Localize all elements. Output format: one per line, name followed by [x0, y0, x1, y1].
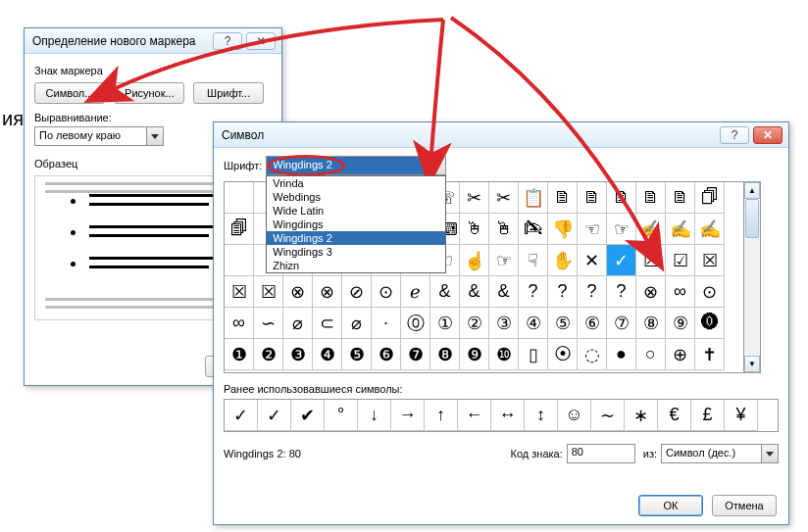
symbol-cell[interactable]: ⊘ [342, 276, 372, 308]
symbol-cell[interactable]: ④ [519, 308, 548, 339]
symbol-cell[interactable]: ⌀ [342, 308, 372, 339]
symbol-cell[interactable]: ⦿ [548, 339, 578, 370]
symbol-cell[interactable]: ⊗ [283, 276, 313, 308]
symbol-cell[interactable]: & [489, 276, 519, 308]
recent-symbol-cell[interactable]: ✔ [291, 400, 325, 431]
symbol-cell[interactable]: 🖱 [489, 214, 519, 245]
symbol-cell[interactable]: 📋 [519, 182, 548, 214]
symbol-cell[interactable]: 🗐 [225, 214, 254, 245]
alignment-dropdown[interactable]: По левому краю [34, 126, 164, 146]
symbol-cell[interactable]: ❾ [460, 339, 489, 370]
font-option[interactable]: Wingdings [267, 218, 445, 231]
symbol-cell[interactable]: ? [548, 276, 578, 308]
symbol-cell[interactable]: ⊗ [636, 276, 666, 308]
symbol-cell[interactable]: ❼ [401, 339, 430, 370]
symbol-cell[interactable] [225, 182, 254, 214]
recent-symbol-cell[interactable]: ✓ [258, 400, 291, 431]
font-option[interactable]: Webdings [267, 190, 445, 204]
recent-symbol-cell[interactable]: ¥ [725, 400, 758, 431]
symbol-cell[interactable]: ③ [489, 308, 519, 339]
symbol-cell[interactable]: ❿ [489, 339, 519, 370]
symbol-cell[interactable]: ∞ [225, 308, 254, 339]
symbol-cell[interactable]: ⊙ [695, 276, 725, 308]
symbol-cell[interactable]: ✍ [636, 214, 666, 245]
recent-symbol-cell[interactable]: £ [691, 400, 725, 431]
close-button[interactable]: ✕ [246, 32, 276, 50]
symbol-cell[interactable]: ☒ [254, 276, 283, 308]
symbol-cell[interactable]: ∽ [254, 308, 283, 339]
scrollbar[interactable]: ▲ ▼ [743, 182, 760, 372]
font-option[interactable]: Wingdings 3 [267, 245, 445, 259]
scroll-down-button[interactable]: ▼ [744, 356, 760, 372]
symbol-cell[interactable]: 🖰 [460, 214, 489, 245]
symbol-cell[interactable]: ✍ [666, 214, 695, 245]
symbol-cell[interactable]: ? [519, 276, 548, 308]
recent-symbol-cell[interactable]: ∗ [625, 400, 658, 431]
help-button[interactable]: ? [213, 32, 242, 50]
help-button[interactable]: ? [720, 126, 749, 144]
recent-symbol-cell[interactable]: ☺ [558, 400, 591, 431]
symbol-cell[interactable]: ⑥ [578, 308, 607, 339]
recent-symbol-cell[interactable]: ↑ [425, 400, 458, 431]
symbol-cell[interactable] [225, 245, 254, 276]
symbol-cell[interactable]: ∞ [666, 276, 695, 308]
symbol-cell[interactable]: ✝ [695, 339, 725, 370]
font-option[interactable]: Wide Latin [267, 204, 445, 218]
symbol-cell[interactable]: ❹ [313, 339, 342, 370]
symbol-cell[interactable]: ⑨ [666, 308, 695, 339]
symbol-cell[interactable]: ⊂ [313, 308, 342, 339]
recent-symbol-cell[interactable]: → [391, 400, 425, 431]
symbol-cell[interactable]: ☟ [519, 245, 548, 276]
symbol-cell[interactable]: ☒ [695, 245, 725, 276]
symbol-cell[interactable]: ℯ [401, 276, 430, 308]
symbol-cell[interactable]: ● [607, 339, 636, 370]
symbol-cell[interactable]: ○ [636, 339, 666, 370]
recent-symbol-cell[interactable]: ↔ [491, 400, 525, 431]
symbol-cell[interactable]: ☝ [460, 245, 489, 276]
recent-symbol-cell[interactable]: € [658, 400, 691, 431]
font-option[interactable]: Zhizn [267, 259, 445, 272]
cancel-button[interactable]: Отмена [712, 495, 777, 516]
symbol-cell[interactable]: ✋ [548, 245, 578, 276]
recent-symbol-cell[interactable]: ✓ [225, 400, 258, 431]
symbol-cell[interactable]: ✂ [489, 182, 519, 214]
symbol-cell[interactable]: & [430, 276, 460, 308]
symbol-cell[interactable]: ☒ [225, 276, 254, 308]
symbol-cell[interactable]: 🗎 [548, 182, 578, 214]
symbol-cell[interactable]: ✍ [695, 214, 725, 245]
symbol-cell[interactable]: ✓ [607, 245, 636, 276]
from-dropdown[interactable]: Символ (дес.) [661, 444, 779, 463]
symbol-cell[interactable]: ⑤ [548, 308, 578, 339]
symbol-cell[interactable]: ① [430, 308, 460, 339]
symbol-cell[interactable]: ▯ [519, 339, 548, 370]
scroll-thumb[interactable] [745, 199, 759, 238]
symbol-cell[interactable]: 🗎 [607, 182, 636, 214]
font-dropdown[interactable]: Wingdings 2 VrindaWebdingsWide LatinWing… [266, 156, 446, 175]
symbol-cell[interactable]: ⊗ [313, 276, 342, 308]
symbol-cell[interactable]: · [372, 308, 401, 339]
font-button[interactable]: Шрифт... [193, 82, 264, 104]
symbol-cell[interactable]: ⑦ [607, 308, 636, 339]
symbol-button[interactable]: Символ... [34, 82, 105, 104]
ok-button[interactable]: ОК [638, 495, 703, 516]
recent-symbol-cell[interactable]: ° [325, 400, 358, 431]
symbol-cell[interactable]: ⓪ [401, 308, 430, 339]
symbol-cell[interactable]: ⌀ [283, 308, 313, 339]
symbol-cell[interactable]: ☜ [578, 214, 607, 245]
picture-button[interactable]: Рисунок... [114, 82, 184, 104]
recent-symbol-cell[interactable]: ↓ [358, 400, 391, 431]
symbol-cell[interactable]: 🗎 [636, 182, 666, 214]
symbol-cell[interactable]: & [460, 276, 489, 308]
symbol-cell[interactable]: ? [607, 276, 636, 308]
symbol-cell[interactable]: ❺ [342, 339, 372, 370]
symbol-cell[interactable]: ⓿ [695, 308, 725, 339]
symbol-cell[interactable]: ❻ [372, 339, 401, 370]
symbol-cell[interactable]: ✂ [460, 182, 489, 214]
symbol-cell[interactable]: ☒ [636, 245, 666, 276]
recent-symbol-cell[interactable]: ∼ [591, 400, 625, 431]
symbol-cell[interactable]: ⑧ [636, 308, 666, 339]
symbol-cell[interactable]: ⊕ [666, 339, 695, 370]
symbol-cell[interactable]: ❸ [283, 339, 313, 370]
symbol-cell[interactable]: ☞ [489, 245, 519, 276]
code-input[interactable]: 80 [567, 444, 635, 463]
